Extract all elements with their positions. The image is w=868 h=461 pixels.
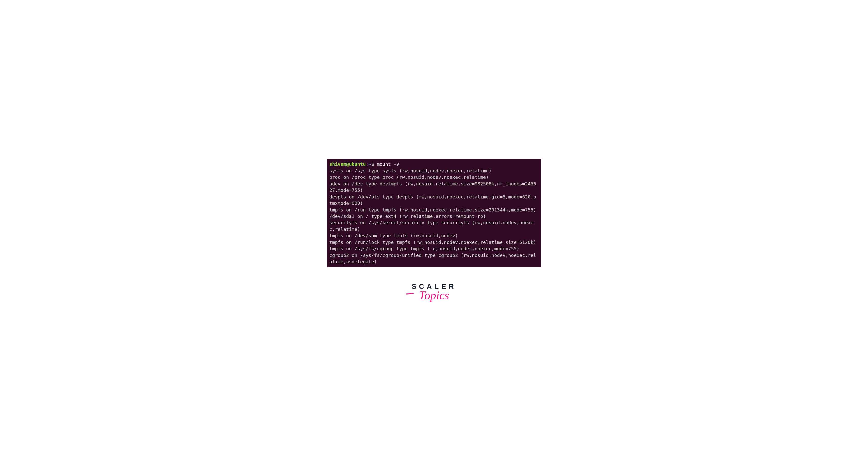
output-line: devpts on /dev/pts type devpts (rw,nosui… <box>330 194 536 206</box>
logo-container: SCALER Topics <box>412 283 456 302</box>
prompt-at: @ <box>346 162 349 167</box>
output-line: tmpfs on /dev/shm type tmpfs (rw,nosuid,… <box>330 233 458 238</box>
command-text: mount -v <box>377 162 399 167</box>
logo-topics-text: Topics <box>412 289 456 302</box>
terminal-window[interactable]: shivam@ubuntu:~$ mount -v sysfs on /sys … <box>327 159 541 267</box>
output-line: tmpfs on /sys/fs/cgroup type tmpfs (ro,n… <box>330 246 520 251</box>
output-line: sysfs on /sys type sysfs (rw,nosuid,node… <box>330 168 492 173</box>
prompt-user: shivam <box>330 162 346 167</box>
output-line: tmpfs on /run type tmpfs (rw,nosuid,noex… <box>330 207 536 212</box>
prompt-dollar: $ <box>371 162 377 167</box>
output-line: securityfs on /sys/kernel/security type … <box>330 220 533 232</box>
prompt-colon: : <box>366 162 369 167</box>
output-line: tmpfs on /run/lock type tmpfs (rw,nosuid… <box>330 239 536 245</box>
output-line: udev on /dev type devtmpfs (rw,nosuid,re… <box>330 181 536 193</box>
prompt-path: ~ <box>369 162 371 167</box>
output-line: proc on /proc type proc (rw,nosuid,nodev… <box>330 174 489 180</box>
output-line: /dev/sda1 on / type ext4 (rw,relatime,er… <box>330 213 486 219</box>
prompt-host: ubuntu <box>349 162 366 167</box>
output-line: cgroup2 on /sys/fs/cgroup/unified type c… <box>330 253 536 264</box>
